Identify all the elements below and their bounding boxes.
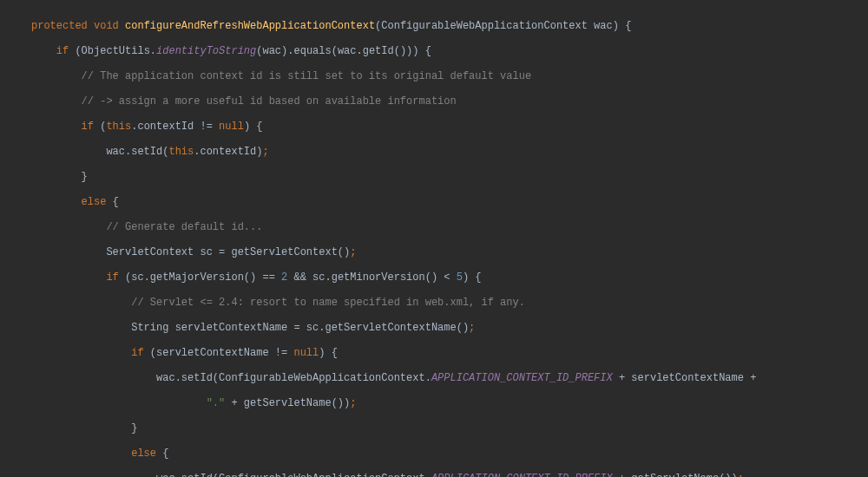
code-line[interactable]: if (ObjectUtils.identityToString(wac).eq… [0, 45, 868, 58]
code-line[interactable]: // -> assign a more useful id based on a… [0, 95, 868, 108]
code-line[interactable]: if (servletContextName != null) { [0, 347, 868, 360]
code-line[interactable]: if (sc.getMajorVersion() == 2 && sc.getM… [0, 271, 868, 284]
code-line[interactable]: // Generate default id... [0, 221, 868, 234]
method-name: configureAndRefreshWebApplicationContext [125, 20, 375, 32]
code-line[interactable]: if (this.contextId != null) { [0, 121, 868, 134]
number: 5 [457, 271, 463, 284]
code-line[interactable]: protected void configureAndRefreshWebApp… [0, 20, 868, 33]
static-call: identityToString [156, 45, 256, 57]
comment: // Generate default id... [106, 221, 262, 233]
code-line[interactable]: wac.setId(ConfigurableWebApplicationCont… [0, 473, 868, 478]
code-line[interactable]: } [0, 422, 868, 435]
keyword: if [106, 271, 118, 284]
keyword: if [131, 347, 143, 359]
code-line[interactable]: ServletContext sc = getServletContext(); [0, 246, 868, 259]
comment: // The application context id is still s… [82, 70, 531, 82]
code-line[interactable]: else { [0, 196, 868, 209]
code-line[interactable]: wac.setId(this.contextId); [0, 146, 868, 159]
keyword: this [106, 121, 131, 133]
keyword: null [293, 347, 319, 359]
code-line[interactable]: // Servlet <= 2.4: resort to name specif… [0, 297, 868, 310]
string: "." [207, 397, 226, 409]
keyword: protected [31, 20, 88, 32]
keyword: else [131, 448, 156, 460]
keyword: if [56, 45, 69, 57]
keyword: this [168, 146, 194, 158]
code-line[interactable]: String servletContextName = sc.getServle… [0, 322, 868, 335]
keyword: null [219, 121, 244, 133]
code-line[interactable]: } [0, 171, 868, 184]
static-field: APPLICATION_CONTEXT_ID_PREFIX [431, 473, 613, 478]
comment: // Servlet <= 2.4: resort to name specif… [131, 297, 525, 309]
code-line[interactable]: // The application context id is still s… [0, 70, 868, 83]
static-field: APPLICATION_CONTEXT_ID_PREFIX [431, 372, 613, 384]
code-line[interactable]: "." + getServletName()); [0, 397, 868, 410]
keyword: void [94, 20, 119, 32]
code-line[interactable]: else { [0, 448, 868, 461]
keyword: if [82, 121, 94, 133]
comment: // -> assign a more useful id based on a… [82, 95, 457, 108]
keyword: else [82, 196, 107, 208]
code-editor[interactable]: protected void configureAndRefreshWebApp… [0, 0, 868, 477]
code-line[interactable]: wac.setId(ConfigurableWebApplicationCont… [0, 372, 868, 385]
